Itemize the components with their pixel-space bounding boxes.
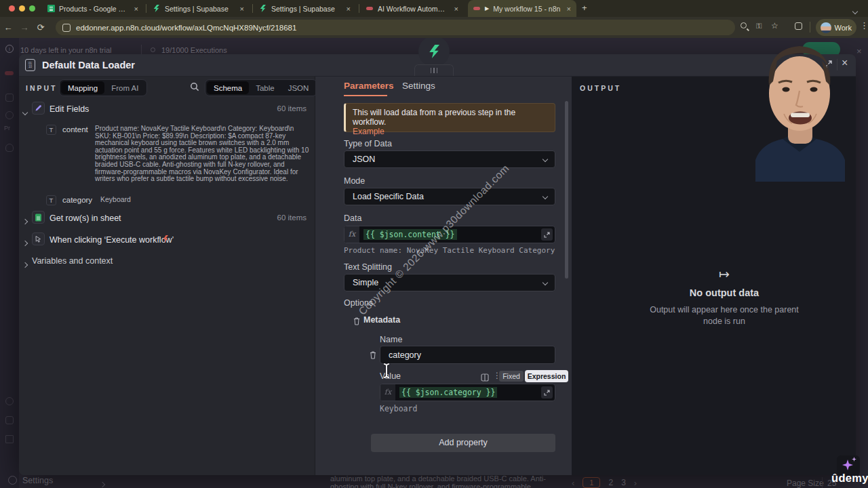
open-expression-editor-icon[interactable] bbox=[541, 228, 553, 241]
browser-tab-sheets[interactable]: Products - Google Sheets × bbox=[42, 0, 144, 17]
password-key-icon[interactable]: ⚿ bbox=[756, 22, 762, 30]
metadata-label: Metadata bbox=[363, 315, 400, 325]
expression-toggle[interactable]: Expression bbox=[525, 370, 568, 382]
reload-icon[interactable]: ⟳ bbox=[33, 22, 49, 33]
traffic-light-zoom[interactable] bbox=[29, 5, 35, 12]
tab-search-chevron-icon[interactable] bbox=[853, 4, 857, 16]
fx-badge: fx bbox=[380, 384, 395, 401]
data-label: Data bbox=[344, 214, 361, 223]
browser-tab-workflow-active[interactable]: ▶ My workflow 15 - n8n × bbox=[468, 0, 576, 17]
tab-parameters[interactable]: Parameters bbox=[344, 81, 394, 91]
presenter-face bbox=[743, 38, 856, 182]
url-text: eddonner.app.n8n.cloud/workflow/axLQmcNq… bbox=[76, 24, 296, 32]
profile-avatar bbox=[821, 22, 831, 33]
sparkle-small-icon bbox=[852, 457, 856, 462]
variables-context-label[interactable]: Variables and context bbox=[32, 256, 113, 266]
webcam-overlay bbox=[743, 38, 856, 182]
output-empty-state: ↦ No output data Output will appear here… bbox=[646, 266, 802, 327]
edit-fields-node-icon bbox=[32, 102, 45, 115]
tab-close-icon[interactable]: × bbox=[347, 5, 351, 13]
tab-close-icon[interactable]: × bbox=[567, 5, 571, 13]
value-expression-input[interactable]: fx {{ $json.category }} bbox=[380, 384, 555, 401]
name-label: Name bbox=[380, 335, 402, 344]
tab-close-icon[interactable]: × bbox=[454, 5, 458, 13]
browser-chrome: Products - Google Sheets × Settings | Su… bbox=[0, 0, 868, 38]
dialog-title: Default Data Loader bbox=[42, 60, 135, 70]
supabase-icon bbox=[153, 5, 161, 12]
node-edit-fields-label[interactable]: Edit Fields bbox=[50, 104, 89, 114]
params-scrollbar[interactable] bbox=[565, 101, 568, 279]
traffic-light-close[interactable] bbox=[9, 5, 15, 12]
expand-chevron-icon[interactable] bbox=[23, 236, 27, 248]
tab-json[interactable]: JSON bbox=[281, 81, 316, 94]
input-view-toggle: Schema Table JSON bbox=[205, 79, 317, 96]
example-link[interactable]: Example bbox=[353, 127, 384, 136]
data-preview-text: Product name: NovaKey Tactile Keyboard C… bbox=[344, 246, 555, 255]
fixed-toggle[interactable]: Fixed bbox=[499, 371, 524, 382]
output-panel-label: OUTPUT bbox=[580, 84, 621, 92]
tab-close-icon[interactable]: × bbox=[134, 5, 138, 13]
browser-url-bar: ← → ⟳ eddonner.app.n8n.cloud/workflow/ax… bbox=[0, 17, 868, 38]
value-preview-text: Keyboard bbox=[380, 404, 515, 413]
extensions-icon[interactable] bbox=[795, 22, 802, 30]
metadata-name-input[interactable] bbox=[380, 346, 555, 364]
get-rows-count: 60 items bbox=[277, 214, 307, 222]
browser-tab-supabase-2[interactable]: Settings | Supabase × bbox=[254, 0, 356, 17]
fx-badge: fx bbox=[344, 226, 359, 243]
node-get-rows-label[interactable]: Get row(s) in sheet bbox=[50, 214, 121, 223]
site-settings-icon[interactable] bbox=[62, 24, 71, 32]
data-loader-doc-icon: 0110 bbox=[25, 59, 35, 71]
field-name-category[interactable]: category bbox=[62, 196, 92, 204]
back-icon[interactable]: ← bbox=[0, 22, 16, 33]
collapse-chevron-icon[interactable] bbox=[23, 105, 27, 117]
node-icon-chip[interactable] bbox=[418, 36, 450, 67]
edit-fields-count: 60 items bbox=[277, 104, 307, 113]
panel-drag-handle[interactable] bbox=[414, 64, 454, 76]
mode-select[interactable]: Load Specific Data bbox=[344, 188, 555, 205]
profile-label: Work bbox=[835, 24, 852, 32]
ibeam-cursor bbox=[382, 363, 391, 382]
open-expression-editor-icon[interactable] bbox=[541, 386, 553, 399]
search-icon[interactable] bbox=[190, 82, 199, 94]
node-trigger-label[interactable]: When clicking ‘Execute workflow’ bbox=[50, 235, 174, 245]
tab-schema[interactable]: Schema bbox=[207, 81, 249, 94]
bookmark-star-icon[interactable]: ☆ bbox=[771, 21, 778, 30]
manual-trigger-node-icon bbox=[32, 232, 45, 245]
string-type-icon: T bbox=[46, 195, 56, 205]
browser-profile-button[interactable]: Work bbox=[816, 19, 856, 36]
arrow-from-bar-icon: ↦ bbox=[646, 266, 802, 282]
add-property-button[interactable]: Add property bbox=[371, 434, 555, 452]
sparkle-icon bbox=[842, 460, 853, 470]
parameters-panel: Parameters Settings This will load data … bbox=[315, 77, 572, 475]
zoom-icon[interactable] bbox=[741, 22, 747, 28]
browser-menu-icon[interactable]: ⋮ bbox=[860, 20, 868, 30]
address-bar[interactable]: eddonner.app.n8n.cloud/workflow/axLQmcNq… bbox=[56, 20, 735, 35]
field-value-category[interactable]: Keyboard bbox=[100, 196, 131, 203]
expand-chevron-icon[interactable] bbox=[23, 214, 27, 226]
property-trash-icon[interactable] bbox=[370, 350, 376, 362]
google-sheets-icon bbox=[47, 5, 55, 12]
field-name-content[interactable]: content bbox=[62, 125, 88, 134]
expand-chevron-icon[interactable] bbox=[23, 258, 27, 270]
new-tab-button[interactable]: + bbox=[582, 3, 587, 13]
tab-from-ai[interactable]: From AI bbox=[104, 81, 145, 94]
field-value-content[interactable]: Product name: NovaKey Tactile Keyboard\n… bbox=[95, 125, 309, 183]
udemy-watermark: ûdemy bbox=[831, 472, 868, 485]
traffic-light-minimize[interactable] bbox=[19, 5, 25, 12]
tab-table[interactable]: Table bbox=[249, 81, 281, 94]
forward-icon[interactable]: → bbox=[16, 22, 33, 33]
no-output-subtitle: Output will appear here once the parent … bbox=[646, 304, 802, 327]
tab-title: Products - Google Sheets bbox=[59, 5, 129, 13]
tab-settings[interactable]: Settings bbox=[402, 81, 435, 91]
browser-tab-supabase-1[interactable]: Settings | Supabase × bbox=[148, 0, 250, 17]
type-of-data-label: Type of Data bbox=[344, 139, 392, 148]
value-expression-code[interactable]: {{ $json.category }} bbox=[399, 387, 497, 398]
tab-close-icon[interactable]: × bbox=[240, 5, 244, 13]
split-columns-icon[interactable] bbox=[481, 372, 489, 384]
tab-mapping[interactable]: Mapping bbox=[61, 81, 104, 94]
info-notice: This will load data from a previous step… bbox=[344, 103, 555, 132]
mode-label: Mode bbox=[344, 176, 365, 186]
no-output-title: No output data bbox=[646, 287, 802, 298]
n8n-icon bbox=[473, 5, 481, 12]
browser-tab-course[interactable]: AI Workflow Automation Plat × bbox=[361, 0, 464, 17]
